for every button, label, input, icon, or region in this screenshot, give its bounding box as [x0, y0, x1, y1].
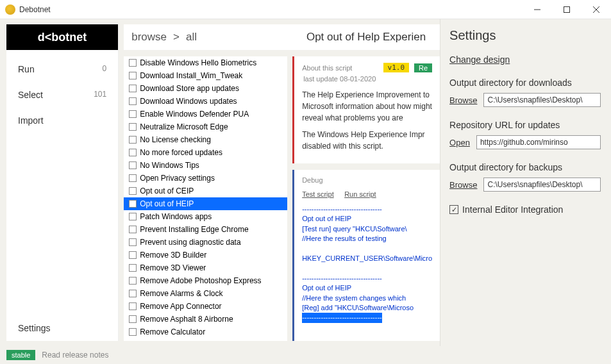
run-script-link[interactable]: Run script	[344, 190, 376, 198]
checkbox-icon[interactable]	[129, 226, 137, 233]
script-item[interactable]: No Windows Tips	[124, 159, 287, 172]
script-item[interactable]: Neutralize Microsoft Edge	[124, 120, 287, 133]
checkbox-icon[interactable]	[129, 123, 137, 131]
checkbox-icon[interactable]	[129, 136, 137, 144]
script-item[interactable]: No more forced updates	[124, 146, 287, 159]
window-title: Debotnet	[19, 5, 523, 14]
script-label: Opt out of CEIP	[140, 186, 194, 195]
checkbox-icon: ✓	[449, 205, 458, 214]
backups-browse-link[interactable]: Browse	[449, 180, 477, 190]
script-item[interactable]: Opt out of HEIP	[124, 197, 287, 210]
script-item[interactable]: Remove Alarms & Clock	[124, 287, 287, 300]
detail-column: About this script v1.0 Re last update 08…	[292, 56, 440, 341]
script-item[interactable]: No License checking	[124, 133, 287, 146]
debug-label: Debug	[302, 176, 432, 184]
script-item[interactable]: Download Install_Wim_Tweak	[124, 69, 287, 82]
checkbox-icon[interactable]	[129, 97, 137, 105]
editor-integration-checkbox[interactable]: ✓ Internal Editor Integration	[449, 204, 601, 215]
checkbox-icon[interactable]	[129, 290, 137, 297]
script-item[interactable]: Enable Windows Defender PUA	[124, 108, 287, 120]
sidebar-item-settings[interactable]: Settings	[6, 315, 118, 341]
about-para2: The Windows Help Experience Impr disable…	[302, 129, 432, 152]
checkbox-icon[interactable]	[129, 59, 137, 67]
sidebar-item-run[interactable]: Run 0	[6, 56, 118, 82]
checkbox-icon[interactable]	[129, 328, 137, 336]
downloads-browse-link[interactable]: Browse	[449, 95, 477, 105]
repo-label: Repository URL for updates	[449, 120, 601, 130]
checkbox-icon[interactable]	[129, 149, 137, 156]
debug-output[interactable]: ---------------------------------- Opt o…	[302, 204, 432, 323]
titlebar: Debotnet	[0, 0, 611, 19]
script-label: No more forced updates	[140, 148, 222, 157]
select-count: 101	[94, 90, 106, 100]
script-item[interactable]: Remove Asphalt 8 Airborne	[124, 313, 287, 326]
script-label: Remove Alarms & Clock	[140, 289, 222, 298]
script-list-scroll[interactable]: Disable Windows Hello BiometricsDownload…	[124, 56, 287, 341]
script-item[interactable]: Download Windows updates	[124, 95, 287, 108]
repo-open-link[interactable]: Open	[449, 138, 470, 147]
repo-url-input[interactable]: https://github.com/mirinso	[476, 135, 601, 149]
checkbox-icon[interactable]	[129, 200, 137, 208]
script-item[interactable]: Disable Windows Hello Biometrics	[124, 56, 287, 69]
checkbox-icon[interactable]	[129, 302, 137, 310]
breadcrumb-all[interactable]: all	[186, 31, 197, 44]
breadcrumb: browse > all Opt out of Help Experien	[124, 24, 440, 50]
script-label: Remove Adobe Photoshop Express	[140, 276, 261, 285]
checkbox-icon[interactable]	[129, 161, 137, 169]
about-label: About this script	[302, 64, 378, 72]
sidebar-item-import[interactable]: Import	[6, 108, 118, 133]
logo: d<botnet	[6, 24, 118, 50]
checkbox-icon[interactable]	[129, 187, 137, 195]
sidebar-label: Settings	[18, 323, 51, 333]
sidebar-label: Import	[18, 115, 44, 126]
sidebar-label: Select	[18, 90, 43, 100]
checkbox-icon[interactable]	[129, 85, 137, 92]
app-icon	[5, 4, 15, 15]
sidebar-label: Run	[18, 64, 35, 74]
script-item[interactable]: Remove 3D Viewer	[124, 261, 287, 274]
script-item[interactable]: Patch Windows apps	[124, 210, 287, 223]
backups-path-input[interactable]: C:\Users\snapfiles\Desktop\	[483, 178, 601, 192]
about-para1: The Help Experience Improvement to Micro…	[302, 89, 432, 124]
main: browse > all Opt out of Help Experien Di…	[124, 24, 440, 341]
script-item[interactable]: Opt out of CEIP	[124, 185, 287, 197]
script-item[interactable]: Remove Calculator	[124, 326, 287, 338]
checkbox-icon[interactable]	[129, 264, 137, 272]
script-item[interactable]: Remove 3D Builder	[124, 249, 287, 261]
maximize-button[interactable]	[552, 0, 582, 19]
debug-box: Debug Test script Run script -----------…	[292, 170, 440, 341]
close-button[interactable]	[582, 0, 611, 19]
script-label: Disable Windows Hello Biometrics	[140, 58, 256, 67]
checkbox-icon[interactable]	[129, 315, 137, 323]
script-item[interactable]: Prevent using diagnostic data	[124, 236, 287, 249]
script-label: Download Store app updates	[140, 84, 239, 93]
script-label: Prevent using diagnostic data	[140, 238, 240, 247]
script-label: No License checking	[140, 135, 211, 144]
re-badge[interactable]: Re	[414, 63, 432, 72]
script-item[interactable]: Remove Adobe Photoshop Express	[124, 274, 287, 287]
release-notes-link[interactable]: Read release notes	[42, 351, 108, 360]
change-design-link[interactable]: Change design	[449, 54, 601, 65]
breadcrumb-browse[interactable]: browse	[131, 31, 167, 44]
test-script-link[interactable]: Test script	[302, 190, 334, 198]
checkbox-icon[interactable]	[129, 72, 137, 79]
script-item[interactable]: Open Privacy settings	[124, 172, 287, 185]
checkbox-icon[interactable]	[129, 213, 137, 220]
script-item[interactable]: Prevent Installing Edge Chrome	[124, 223, 287, 236]
downloads-path-input[interactable]: C:\Users\snapfiles\Desktop\	[483, 93, 601, 107]
debug-selected-line: ----------------------------------	[302, 313, 382, 322]
checkbox-icon[interactable]	[129, 110, 137, 118]
script-label: Open Privacy settings	[140, 174, 215, 183]
script-item[interactable]: Remove App Connector	[124, 300, 287, 313]
minimize-button[interactable]	[523, 0, 552, 19]
checkbox-icon[interactable]	[129, 238, 137, 246]
checkbox-icon[interactable]	[129, 174, 137, 182]
script-label: Download Install_Wim_Tweak	[140, 71, 242, 80]
checkbox-icon[interactable]	[129, 277, 137, 285]
breadcrumb-sep: >	[173, 31, 180, 44]
editor-integration-label: Internal Editor Integration	[462, 204, 563, 215]
checkbox-icon[interactable]	[129, 251, 137, 259]
script-item[interactable]: Download Store app updates	[124, 82, 287, 95]
sidebar-item-select[interactable]: Select 101	[6, 82, 118, 108]
stable-badge: stable	[6, 350, 35, 360]
